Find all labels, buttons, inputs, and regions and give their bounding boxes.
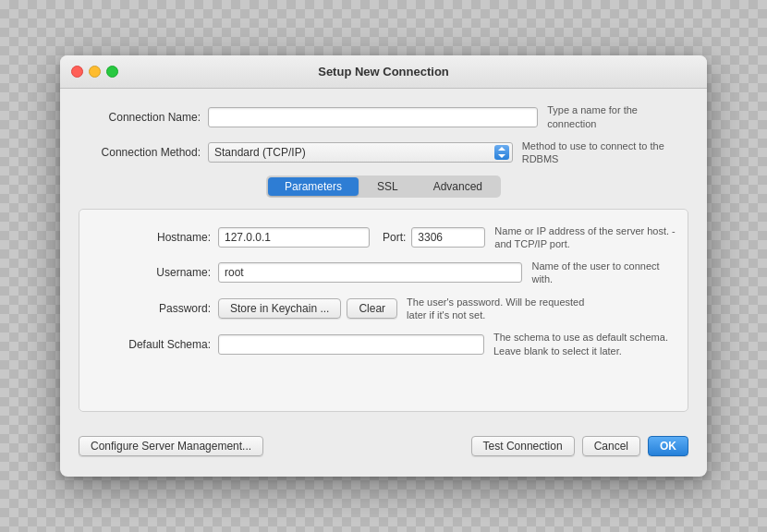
- bottom-right-buttons: Test Connection Cancel OK: [471, 436, 688, 456]
- clear-password-button[interactable]: Clear: [347, 298, 397, 319]
- hostname-row: Hostname: Port: Name or IP address of th…: [89, 224, 678, 251]
- connection-method-label: Connection Method:: [79, 146, 208, 159]
- password-hint: The user's password. Will be requested l…: [407, 296, 591, 322]
- window-title: Setup New Connection: [318, 65, 449, 79]
- password-label: Password:: [89, 302, 218, 315]
- minimize-button[interactable]: [89, 66, 101, 78]
- connection-method-hint: Method to use to connect to the RDBMS: [522, 139, 688, 166]
- connection-name-row: Connection Name: Type a name for the con…: [79, 103, 688, 130]
- connection-name-input[interactable]: [208, 107, 538, 127]
- main-window: Setup New Connection Connection Name: Ty…: [60, 55, 707, 476]
- tabs-section: Parameters SSL Advanced: [79, 175, 688, 198]
- username-label: Username:: [89, 266, 218, 279]
- hostname-input[interactable]: [218, 227, 370, 248]
- connection-method-wrapper: Standard (TCP/IP): [208, 142, 513, 163]
- parameters-panel: Hostname: Port: Name or IP address of th…: [79, 209, 688, 412]
- window-body: Connection Name: Type a name for the con…: [60, 89, 707, 476]
- traffic-lights: [71, 66, 118, 78]
- default-schema-row: Default Schema: The schema to use as def…: [89, 331, 678, 357]
- password-buttons: Store in Keychain ... Clear: [218, 298, 397, 319]
- connection-method-select[interactable]: Standard (TCP/IP): [208, 142, 513, 163]
- connection-name-hint: Type a name for the connection: [547, 103, 688, 130]
- connection-method-row: Connection Method: Standard (TCP/IP) Met…: [79, 139, 688, 166]
- connection-name-label: Connection Name:: [79, 111, 208, 124]
- tab-bar: Parameters SSL Advanced: [266, 175, 501, 198]
- ok-button[interactable]: OK: [648, 436, 688, 456]
- tab-ssl[interactable]: SSL: [360, 177, 415, 196]
- test-connection-button[interactable]: Test Connection: [471, 436, 575, 456]
- configure-server-button[interactable]: Configure Server Management...: [79, 436, 263, 456]
- titlebar: Setup New Connection: [60, 55, 707, 89]
- close-button[interactable]: [71, 66, 83, 78]
- hostname-hint: Name or IP address of the server host. -…: [494, 224, 678, 251]
- username-input[interactable]: [218, 262, 522, 283]
- port-label: Port:: [383, 231, 406, 244]
- password-row: Password: Store in Keychain ... Clear Th…: [89, 296, 678, 322]
- cancel-button[interactable]: Cancel: [582, 436, 640, 456]
- default-schema-hint: The schema to use as default schema. Lea…: [493, 331, 678, 357]
- username-hint: Name of the user to connect with.: [531, 260, 678, 286]
- maximize-button[interactable]: [106, 66, 118, 78]
- username-row: Username: Name of the user to connect wi…: [89, 260, 678, 286]
- hostname-label: Hostname:: [89, 231, 218, 244]
- store-keychain-button[interactable]: Store in Keychain ...: [218, 298, 341, 319]
- default-schema-label: Default Schema:: [89, 338, 218, 351]
- port-input[interactable]: [411, 227, 485, 248]
- default-schema-input[interactable]: [218, 334, 484, 355]
- bottom-bar: Configure Server Management... Test Conn…: [79, 427, 688, 462]
- tab-parameters[interactable]: Parameters: [268, 177, 359, 196]
- tab-advanced[interactable]: Advanced: [417, 177, 499, 196]
